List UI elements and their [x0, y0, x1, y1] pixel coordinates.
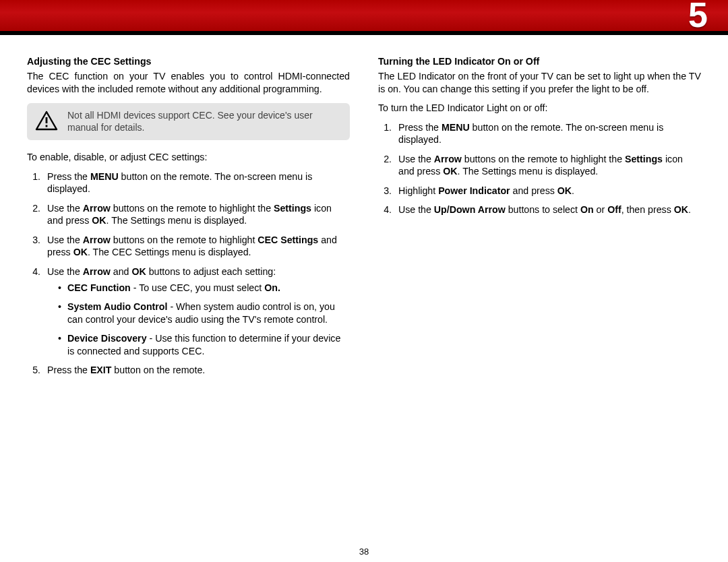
cec-step-3: Use the Arrow buttons on the remote to h…	[43, 234, 350, 259]
cec-step-2: Use the Arrow buttons on the remote to h…	[43, 202, 350, 227]
led-step-4: Use the Up/Down Arrow buttons to select …	[394, 204, 701, 216]
header-band: 5	[0, 0, 728, 31]
cec-callout: Not all HDMI devices support CEC. See yo…	[27, 103, 350, 140]
cec-steps: Press the MENU button on the remote. The…	[27, 170, 350, 377]
svg-rect-0	[46, 117, 48, 123]
cec-bullet-function: CEC Function - To use CEC, you must sele…	[58, 282, 350, 294]
cec-bullet-audio: System Audio Control - When system audio…	[58, 301, 350, 325]
page-number: 38	[0, 547, 728, 557]
led-step-1: Press the MENU button on the remote. The…	[394, 121, 701, 146]
chapter-number: 5	[688, 0, 708, 35]
led-lead: To turn the LED Indicator Light on or of…	[378, 102, 701, 114]
svg-rect-1	[46, 125, 48, 127]
led-steps: Press the MENU button on the remote. The…	[378, 121, 701, 216]
led-intro: The LED Indicator on the front of your T…	[378, 70, 701, 95]
cec-callout-text: Not all HDMI devices support CEC. See yo…	[67, 110, 339, 133]
right-column: Turning the LED Indicator On or Off The …	[378, 55, 701, 383]
cec-intro: The CEC function on your TV enables you …	[27, 70, 350, 95]
cec-step-5: Press the EXIT button on the remote.	[43, 364, 350, 376]
section-title-led: Turning the LED Indicator On or Off	[378, 55, 701, 67]
warning-icon	[35, 111, 58, 133]
left-column: Adjusting the CEC Settings The CEC funct…	[27, 55, 350, 383]
led-step-2: Use the Arrow buttons on the remote to h…	[394, 153, 701, 178]
section-title-cec: Adjusting the CEC Settings	[27, 55, 350, 67]
led-step-3: Highlight Power Indicator and press OK.	[394, 185, 701, 197]
cec-step-1: Press the MENU button on the remote. The…	[43, 170, 350, 195]
cec-lead: To enable, disable, or adjust CEC settin…	[27, 151, 350, 163]
cec-settings-list: CEC Function - To use CEC, you must sele…	[47, 282, 350, 357]
cec-bullet-discovery: Device Discovery - Use this function to …	[58, 332, 350, 357]
page: { "chapter_number": "5", "page_number": …	[0, 0, 728, 562]
cec-step-4: Use the Arrow and OK buttons to adjust e…	[43, 266, 350, 358]
content-area: Adjusting the CEC Settings The CEC funct…	[0, 35, 728, 383]
